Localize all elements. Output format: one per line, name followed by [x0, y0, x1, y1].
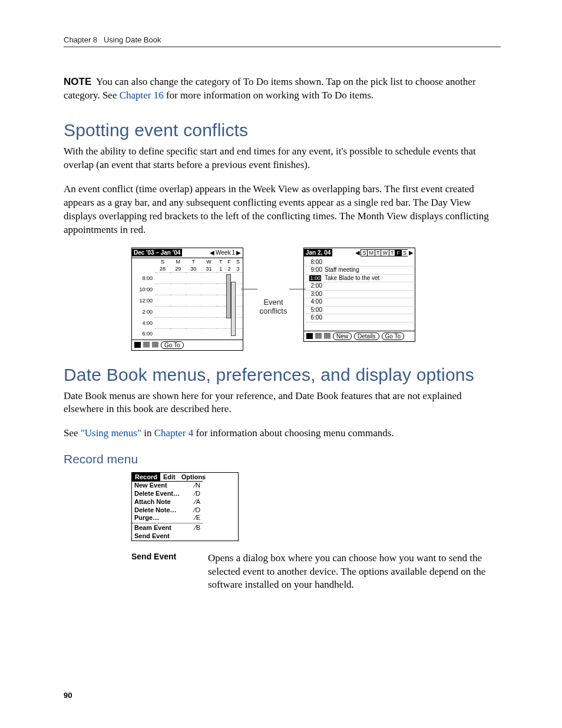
week-cell[interactable]: [217, 272, 225, 284]
week-cell[interactable]: [186, 306, 201, 317]
week-cell[interactable]: [186, 284, 201, 295]
view-week-icon[interactable]: [143, 342, 150, 348]
day-row[interactable]: 9:00Staff meeting: [306, 266, 413, 275]
menubar: Record Edit Options: [132, 473, 238, 481]
menu-item[interactable]: Delete Note…⁄O: [132, 506, 203, 515]
day-time: 4:00: [306, 298, 322, 306]
week-cell[interactable]: [155, 272, 170, 284]
day-view-footer: New Details Go To: [304, 331, 415, 341]
week-view-footer: Go To: [132, 340, 243, 350]
week-nav: ◀ Week 1 ▶: [210, 249, 243, 256]
menu-item[interactable]: Attach Note⁄A: [132, 498, 203, 506]
link-using-menus[interactable]: "Using menus": [81, 427, 141, 439]
week-cell[interactable]: [170, 284, 186, 295]
view-month-icon[interactable]: [324, 333, 330, 339]
week-cell[interactable]: [225, 272, 233, 284]
week-cell[interactable]: [155, 284, 170, 295]
menu-item[interactable]: Beam Event⁄B: [132, 524, 203, 532]
week-cell[interactable]: [217, 317, 225, 328]
week-cell[interactable]: [186, 328, 201, 340]
menu-item[interactable]: New Event⁄N: [132, 482, 203, 490]
day-row[interactable]: 6:00: [306, 314, 413, 322]
week-cell[interactable]: [170, 306, 186, 317]
week-cell[interactable]: [217, 328, 225, 340]
day-time: 8:00: [306, 259, 322, 266]
view-day-icon[interactable]: [306, 333, 313, 339]
menu-item[interactable]: Send Event: [132, 532, 203, 541]
details-button[interactable]: Details: [354, 332, 379, 340]
menu-item[interactable]: Purge…⁄E: [132, 514, 203, 522]
week-cell[interactable]: [170, 317, 186, 328]
view-day-icon[interactable]: [134, 342, 141, 348]
goto-button[interactable]: Go To: [161, 341, 184, 349]
week-cell[interactable]: [201, 317, 216, 328]
week-cell[interactable]: [155, 306, 170, 317]
definition-send-event: Send Event Opens a dialog box where you …: [131, 552, 501, 592]
week-cell[interactable]: [201, 284, 216, 295]
menubar-edit[interactable]: Edit: [160, 473, 178, 481]
goto-button[interactable]: Go To: [382, 332, 405, 340]
nav-prev-icon[interactable]: ◀: [210, 249, 214, 256]
note-label: NOTE: [64, 76, 91, 87]
week-cell[interactable]: [201, 272, 216, 284]
section2-p1: Date Book menus are shown here for your …: [64, 390, 501, 417]
section2-p2: See "Using menus" in Chapter 4 for infor…: [64, 427, 501, 440]
day-row[interactable]: 5:00: [306, 307, 413, 315]
heading-menus-prefs: Date Book menus, preferences, and displa…: [64, 365, 501, 385]
day-time: 9:00: [306, 266, 322, 274]
week-cell[interactable]: [155, 295, 170, 306]
p2-text: See: [64, 427, 81, 439]
week-cell[interactable]: [217, 306, 225, 317]
week-cell[interactable]: [170, 295, 186, 306]
week-cell[interactable]: [155, 328, 170, 340]
callout-label: Event conflicts: [253, 298, 294, 315]
view-week-icon[interactable]: [315, 333, 322, 339]
date-head: 31: [201, 265, 216, 273]
new-button[interactable]: New: [333, 332, 352, 340]
week-cell[interactable]: [217, 284, 225, 295]
heading-record-menu: Record menu: [64, 452, 501, 466]
day-time: 3:00: [306, 291, 322, 298]
menu-item[interactable]: Delete Event…⁄D: [132, 490, 203, 498]
note-paragraph: NOTE You can also change the category of…: [64, 75, 501, 103]
time-label: 10:00: [132, 284, 155, 295]
menu-separator: [132, 523, 203, 523]
heading-spotting-conflicts: Spotting event conflicts: [64, 120, 501, 140]
day-head: S: [155, 258, 170, 265]
record-menu-screenshot: Record Edit Options New Event⁄NDelete Ev…: [131, 472, 239, 541]
next-day-icon[interactable]: ▶: [408, 249, 415, 256]
link-chapter-16[interactable]: Chapter 16: [120, 90, 164, 101]
week-cell[interactable]: [186, 295, 201, 306]
week-cell[interactable]: [201, 306, 216, 317]
running-head: Chapter 8 Using Date Book: [64, 35, 501, 47]
week-cell[interactable]: [155, 317, 170, 328]
nav-next-icon[interactable]: ▶: [236, 249, 241, 256]
week-cell[interactable]: [217, 295, 225, 306]
day-row[interactable]: 8:00: [306, 259, 413, 267]
day-time: 1:00: [306, 275, 322, 282]
week-cell[interactable]: [201, 295, 216, 306]
chapter-label: Chapter 8: [64, 35, 97, 44]
chapter-title: Using Date Book: [104, 35, 161, 44]
section1-p2: An event conflict (time overlap) appears…: [64, 183, 501, 237]
week-cell[interactable]: [186, 317, 201, 328]
date-head: 30: [186, 265, 201, 273]
day-head: T: [217, 258, 225, 265]
week-cell[interactable]: [186, 272, 201, 284]
menubar-record[interactable]: Record: [132, 473, 160, 481]
view-month-icon[interactable]: [152, 342, 158, 348]
dow-tab[interactable]: M: [367, 249, 375, 256]
day-head: M: [170, 258, 186, 265]
dow-tab[interactable]: W: [381, 249, 389, 256]
week-cell[interactable]: [170, 272, 186, 284]
week-cell[interactable]: [201, 328, 216, 340]
time-label: 8:00: [132, 272, 155, 284]
week-label: Week: [216, 249, 230, 256]
week-cell[interactable]: [170, 328, 186, 340]
day-row[interactable]: 3:00: [306, 291, 413, 299]
day-row[interactable]: 4:00: [306, 298, 413, 307]
day-row[interactable]: 1:00Take Blade to the vet: [306, 275, 413, 283]
menubar-options[interactable]: Options: [178, 473, 209, 481]
day-row[interactable]: 2:00: [306, 282, 413, 291]
link-chapter-4[interactable]: Chapter 4: [154, 427, 194, 439]
